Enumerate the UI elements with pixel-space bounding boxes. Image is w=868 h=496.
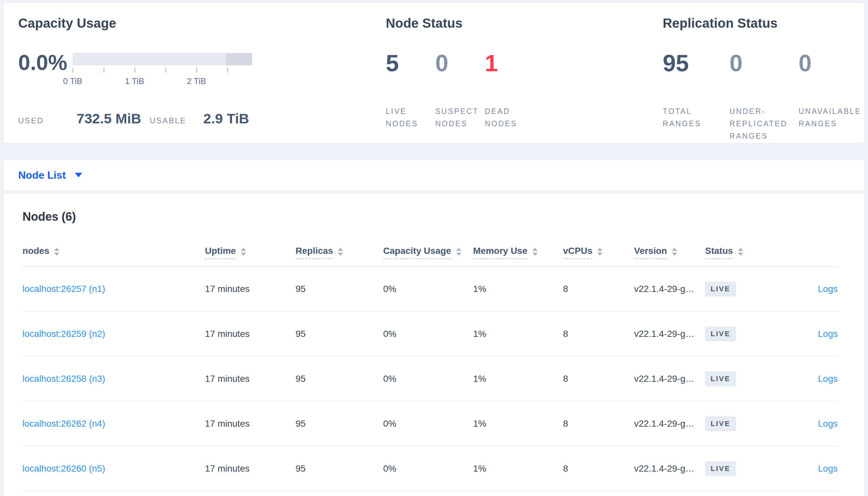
axis-tick — [227, 68, 228, 73]
logs-link[interactable]: Logs — [818, 329, 838, 339]
column-header[interactable]: Status — [705, 223, 773, 266]
summary-stat-label: SUSPECT NODES — [435, 106, 485, 130]
version-cell: v22.1.4-29-g… — [634, 356, 705, 401]
uptime-cell: 17 minutes — [205, 401, 296, 446]
axis-tick — [73, 68, 73, 73]
column-header-label: Uptime — [205, 246, 236, 259]
column-header[interactable]: nodes — [23, 223, 205, 266]
node-link[interactable]: localhost:26258 (n3) — [23, 374, 105, 384]
sort-icon[interactable] — [338, 248, 343, 256]
column-header[interactable]: vCPUs — [563, 223, 634, 266]
used-value: 732.5 MiB — [77, 111, 141, 127]
uptime-cell: 17 minutes — [205, 266, 296, 311]
sort-down-icon — [456, 252, 461, 256]
capacity-usage-cell: 0% — [383, 266, 473, 311]
summary-stat-label: UNDER-REPLICATED RANGES — [730, 106, 798, 142]
capacity-bar-usable-segment — [73, 53, 226, 65]
axis-tick-label: 1 TiB — [125, 76, 144, 86]
node-link[interactable]: localhost:26260 (n5) — [23, 463, 105, 474]
logs-link[interactable]: Logs — [818, 284, 838, 294]
capacity-bar — [73, 53, 252, 65]
vcpus-cell: 8 — [563, 446, 634, 491]
node-link[interactable]: localhost:26257 (n1) — [23, 284, 105, 294]
chevron-down-icon — [75, 173, 82, 177]
status-badge: LIVE — [705, 281, 736, 296]
sort-icon[interactable] — [672, 248, 677, 256]
summary-stat: 1 DEAD NODES — [485, 51, 534, 130]
sort-icon[interactable] — [241, 248, 246, 256]
axis-tick — [135, 68, 135, 73]
sort-icon[interactable] — [54, 248, 59, 256]
sort-up-icon — [738, 248, 743, 251]
memory-use-cell: 1% — [473, 266, 563, 311]
column-header[interactable]: Uptime — [205, 223, 296, 266]
version-cell: v22.1.4-29-g… — [634, 446, 705, 491]
summary-stat: 0 SUSPECT NODES — [435, 51, 485, 130]
version-cell: v22.1.4-29-g… — [634, 266, 705, 311]
axis-tick — [196, 68, 197, 73]
sort-down-icon — [672, 252, 677, 256]
sort-down-icon — [597, 252, 602, 256]
axis-tick-label: 0 TiB — [63, 76, 82, 86]
status-badge: LIVE — [705, 371, 736, 386]
capacity-percent-value: 0.0% — [18, 51, 73, 74]
usable-label: USABLE — [150, 116, 186, 125]
node-status-section: Node Status 5 LIVE NODES 0 SUSPECT NODES… — [386, 16, 534, 130]
summary-stat-value: 95 — [663, 51, 730, 75]
axis-tick — [104, 68, 104, 73]
sort-up-icon — [338, 248, 343, 251]
replication-status-stats: 95 TOTAL RANGES 0 UNDER-REPLICATED RANGE… — [663, 51, 868, 142]
capacity-usage-cell: 0% — [383, 401, 473, 446]
summary-stat-value: 0 — [798, 51, 868, 75]
memory-use-cell: 1% — [473, 356, 563, 401]
version-cell: v22.1.4-29-g… — [634, 401, 705, 446]
memory-use-cell: 1% — [473, 401, 563, 446]
cluster-overview-page: Capacity Usage 0.0% 0 TiB1 TiB2 TiB USED… — [0, 0, 868, 496]
column-header-label: nodes — [23, 246, 49, 259]
replication-status-section: Replication Status 95 TOTAL RANGES 0 UND… — [663, 16, 868, 142]
logs-link[interactable]: Logs — [818, 463, 838, 474]
summary-stat-value: 1 — [485, 51, 534, 75]
axis-tick — [165, 68, 166, 73]
node-table-row: localhost:26260 (n5) 17 minutes 95 0% 1%… — [23, 446, 838, 491]
node-status-title: Node Status — [386, 16, 534, 31]
capacity-bar-other-segment — [226, 53, 252, 65]
node-list-dropdown[interactable]: Node List — [18, 169, 82, 181]
logs-link[interactable]: Logs — [818, 374, 838, 384]
column-header-label: Replicas — [296, 246, 333, 259]
capacity-usage-cell: 0% — [383, 446, 473, 491]
summary-stat-label: UNAVAILABLE RANGES — [798, 106, 868, 130]
node-status-stats: 5 LIVE NODES 0 SUSPECT NODES 1 DEAD NODE… — [386, 51, 534, 130]
nodes-table: nodes Uptime Replicas Capacity Usag — [23, 223, 838, 492]
logs-link[interactable]: Logs — [818, 419, 838, 429]
sort-up-icon — [672, 248, 677, 251]
sort-up-icon — [597, 248, 602, 251]
sort-down-icon — [533, 252, 538, 256]
column-header[interactable] — [773, 223, 838, 266]
sort-icon[interactable] — [597, 248, 602, 256]
sort-up-icon — [54, 248, 59, 251]
sort-up-icon — [533, 248, 538, 251]
column-header[interactable]: Replicas — [296, 223, 383, 266]
column-header-label: Version — [634, 246, 667, 259]
node-link[interactable]: localhost:26262 (n4) — [23, 419, 105, 429]
vcpus-cell: 8 — [563, 356, 634, 401]
column-header[interactable]: Version — [634, 223, 705, 266]
node-list-dropdown-label: Node List — [18, 169, 66, 181]
sort-icon[interactable] — [738, 248, 743, 256]
sort-icon[interactable] — [533, 248, 538, 256]
column-header-label: vCPUs — [563, 246, 592, 259]
column-header[interactable]: Memory Use — [473, 223, 563, 266]
column-header[interactable]: Capacity Usage — [383, 223, 473, 266]
sort-up-icon — [456, 248, 461, 251]
node-table-row: localhost:26259 (n2) 17 minutes 95 0% 1%… — [23, 311, 838, 356]
node-table-row: localhost:26262 (n4) 17 minutes 95 0% 1%… — [23, 401, 838, 446]
capacity-usage-title: Capacity Usage — [18, 16, 370, 31]
sort-icon[interactable] — [456, 248, 461, 256]
summary-stat-value: 0 — [730, 51, 798, 75]
summary-stat-label: TOTAL RANGES — [663, 106, 730, 130]
replicas-cell: 95 — [296, 311, 383, 356]
node-link[interactable]: localhost:26259 (n2) — [23, 329, 105, 339]
capacity-usage-cell: 0% — [383, 356, 473, 401]
sort-down-icon — [54, 252, 59, 256]
